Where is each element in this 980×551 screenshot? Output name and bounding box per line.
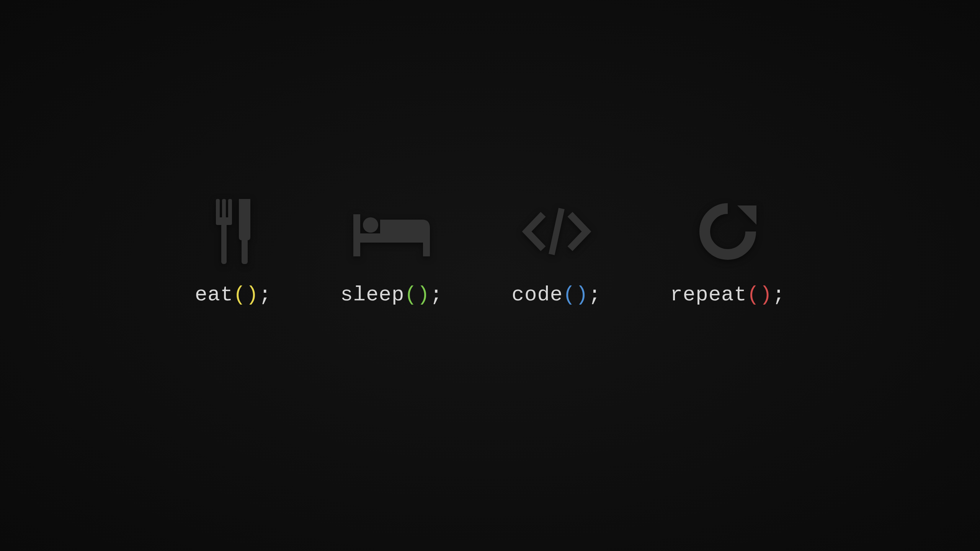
paren-open: ( — [563, 283, 575, 306]
cutlery-icon — [204, 199, 262, 264]
item-code: code(); — [512, 199, 601, 306]
item-eat: eat(); — [195, 199, 271, 306]
svg-rect-1 — [222, 199, 226, 220]
item-sleep: sleep(); — [340, 199, 443, 306]
semicolon: ; — [588, 283, 601, 306]
svg-rect-4 — [221, 222, 227, 264]
item-repeat: repeat(); — [670, 199, 785, 306]
semicolon: ; — [430, 283, 443, 306]
svg-rect-5 — [242, 237, 248, 264]
paren-open: ( — [233, 283, 246, 306]
refresh-icon — [697, 199, 758, 264]
svg-rect-8 — [353, 233, 430, 243]
code-icon — [522, 199, 591, 264]
item-label-repeat: repeat(); — [670, 283, 785, 306]
item-label-eat: eat(); — [195, 283, 271, 306]
svg-rect-2 — [228, 199, 232, 220]
semicolon: ; — [773, 283, 785, 306]
paren-close: ) — [760, 283, 772, 306]
svg-rect-9 — [423, 233, 430, 256]
word: eat — [195, 283, 233, 306]
paren-close: ) — [576, 283, 588, 306]
items-row: eat(); sleep(); code(); — [195, 199, 785, 306]
item-label-code: code(); — [512, 283, 601, 306]
item-label-sleep: sleep(); — [340, 283, 443, 306]
bed-icon — [353, 199, 430, 264]
paren-close: ) — [246, 283, 259, 306]
svg-rect-0 — [216, 199, 220, 220]
word: sleep — [340, 283, 404, 306]
paren-open: ( — [747, 283, 760, 306]
svg-point-7 — [363, 217, 378, 233]
word: code — [512, 283, 563, 306]
word: repeat — [670, 283, 746, 306]
paren-close: ) — [417, 283, 430, 306]
paren-open: ( — [404, 283, 417, 306]
semicolon: ; — [259, 283, 271, 306]
